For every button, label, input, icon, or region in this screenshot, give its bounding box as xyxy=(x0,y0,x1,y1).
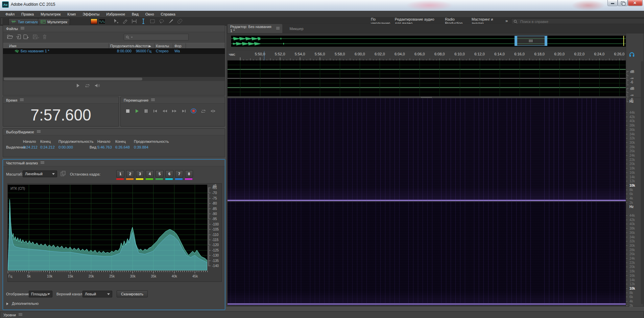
spectral-display-channel1[interactable] xyxy=(228,98,626,201)
view-start-value[interactable]: 5:46.763 xyxy=(97,145,112,149)
files-autoplay-speaker-icon[interactable] xyxy=(95,83,100,88)
files-search-box[interactable] xyxy=(124,34,189,41)
menu-item-3[interactable]: Клип xyxy=(64,11,79,18)
help-search-input[interactable] xyxy=(520,19,633,24)
marquee-tool-icon[interactable] xyxy=(150,19,155,24)
waveform-display[interactable] xyxy=(228,60,626,96)
menu-item-6[interactable]: Вид xyxy=(128,11,142,18)
view-duration-value[interactable]: 0:39.884 xyxy=(134,145,148,149)
editor-tab[interactable]: Редактор: Без названия 1 * xyxy=(228,24,282,33)
selection-end-value[interactable]: 0:24.212 xyxy=(40,145,55,149)
hold-button-7[interactable]: 7 xyxy=(175,170,183,178)
trash-icon[interactable] xyxy=(42,34,47,39)
fast-forward-button[interactable] xyxy=(172,109,177,113)
slip-tool-icon[interactable] xyxy=(132,19,137,24)
paintbrush-tool-icon[interactable] xyxy=(168,19,173,24)
hold-button-4[interactable]: 4 xyxy=(146,170,154,178)
pause-button[interactable] xyxy=(144,109,148,113)
import-file-icon[interactable] xyxy=(16,34,21,39)
close-button[interactable]: ✕ xyxy=(628,0,643,6)
play-button[interactable] xyxy=(135,109,139,113)
time-panel-header[interactable]: Время xyxy=(3,97,119,104)
panel-menu-icon[interactable] xyxy=(21,27,24,30)
panel-menu-icon[interactable] xyxy=(41,161,44,164)
column-header-name[interactable]: Имя xyxy=(9,44,16,48)
top-channel-dropdown[interactable]: Левый xyxy=(82,291,112,297)
column-header-samplerate[interactable]: Частота xyxy=(136,44,150,48)
hold-button-2[interactable]: 2 xyxy=(126,170,134,178)
rewind-button[interactable] xyxy=(162,109,167,113)
time-display[interactable]: 7:57.600 xyxy=(5,104,116,126)
files-hscrollbar-thumb[interactable] xyxy=(4,78,142,80)
selection-panel-header[interactable]: Выбор/Видимое xyxy=(3,129,225,135)
column-header-channels[interactable]: Каналы xyxy=(156,44,169,48)
files-loop-icon[interactable] xyxy=(85,83,90,88)
panel-menu-icon[interactable] xyxy=(19,313,22,316)
hold-button-6[interactable]: 6 xyxy=(165,170,173,178)
skip-to-start-button[interactable] xyxy=(153,109,158,113)
advanced-label[interactable]: Дополнительно xyxy=(12,301,39,306)
view-selector-right-handle[interactable] xyxy=(545,36,547,46)
selection-start-value[interactable]: 0:24.212 xyxy=(23,145,38,149)
panel-menu-icon[interactable] xyxy=(20,99,24,102)
menu-item-2[interactable]: Мультитрек xyxy=(37,11,64,18)
files-list-area[interactable]: Без названия 1 * 8:00.000 96000 Гц Стере… xyxy=(3,48,225,77)
overview-view-selector[interactable] xyxy=(515,36,547,46)
splitter-grip[interactable] xyxy=(421,97,432,98)
multitrack-view-button[interactable]: Мультитрек xyxy=(38,18,70,25)
move-tool-icon[interactable] xyxy=(113,19,119,24)
scan-button[interactable]: Сканировать xyxy=(117,290,148,297)
open-file-icon[interactable] xyxy=(7,34,13,39)
menu-item-7[interactable]: Окно xyxy=(142,11,158,18)
panel-menu-icon[interactable] xyxy=(37,130,41,133)
timeline-ruler[interactable]: чмс 5:50,05:52,05:54,05:56,05:58,06:00,0… xyxy=(228,51,626,61)
hold-button-1[interactable]: 1 xyxy=(116,170,124,178)
files-hscrollbar[interactable] xyxy=(3,77,225,81)
waveform-display-toggle-icon[interactable] xyxy=(99,19,105,24)
toolbar-grip[interactable] xyxy=(1,19,2,24)
panel-menu-icon[interactable] xyxy=(151,99,155,102)
transport-panel-header[interactable]: Перемещение xyxy=(121,97,225,104)
minimize-button[interactable] xyxy=(607,0,618,6)
hold-button-5[interactable]: 5 xyxy=(156,170,164,178)
editor-vscrollbar[interactable] xyxy=(641,61,643,304)
panel-menu-icon[interactable] xyxy=(276,27,280,30)
menu-item-4[interactable]: Эффекты xyxy=(79,11,103,18)
selection-duration-value[interactable]: 0:00.000 xyxy=(58,145,73,149)
frequency-panel-header[interactable]: Частотный анализ xyxy=(3,160,225,166)
menu-item-8[interactable]: Справка xyxy=(158,11,179,18)
file-name[interactable]: Без названия 1 * xyxy=(21,49,49,53)
headphone-monitor-icon[interactable] xyxy=(629,52,635,57)
advanced-expander-icon[interactable] xyxy=(6,302,8,305)
files-play-icon[interactable] xyxy=(76,83,80,88)
menu-item-1[interactable]: Правка xyxy=(18,11,37,18)
display-dropdown[interactable]: Площадь xyxy=(29,291,52,297)
menu-item-5[interactable]: Избранное xyxy=(103,11,128,18)
record-button[interactable] xyxy=(191,108,196,113)
scale-dropdown[interactable]: Линейный xyxy=(23,170,57,177)
skip-to-end-button[interactable] xyxy=(182,109,186,113)
spectral-display-toggle-icon[interactable] xyxy=(91,19,97,24)
files-panel-header[interactable]: Файлы xyxy=(3,25,225,32)
waveform-channel-divider[interactable] xyxy=(228,78,626,79)
column-header-format[interactable]: Фор xyxy=(174,44,182,48)
mixer-tab[interactable]: Микшер xyxy=(283,24,310,33)
view-end-value[interactable]: 6:26.648 xyxy=(115,145,130,149)
spot-healing-tool-icon[interactable] xyxy=(177,19,183,24)
restore-button[interactable] xyxy=(618,0,628,6)
razor-tool-icon[interactable] xyxy=(122,19,128,24)
waveform-view-button[interactable]: Тип сигнала xyxy=(8,18,42,25)
ibeam-tool-icon[interactable] xyxy=(141,19,146,24)
files-search-options-icon[interactable] xyxy=(131,37,133,38)
copy-graph-icon[interactable] xyxy=(61,171,66,176)
save-file-icon[interactable] xyxy=(33,34,40,39)
spectral-display-channel2[interactable] xyxy=(228,202,626,305)
stop-button[interactable] xyxy=(125,109,130,113)
skip-mode-button[interactable] xyxy=(210,109,216,113)
hold-button-3[interactable]: 3 xyxy=(136,170,144,178)
frequency-chart-plot[interactable] xyxy=(8,185,207,270)
hold-button-8[interactable]: 8 xyxy=(185,170,193,178)
loop-playback-button[interactable] xyxy=(201,109,206,113)
view-selector-left-handle[interactable] xyxy=(515,36,517,46)
menu-item-0[interactable]: Файл xyxy=(2,11,18,18)
